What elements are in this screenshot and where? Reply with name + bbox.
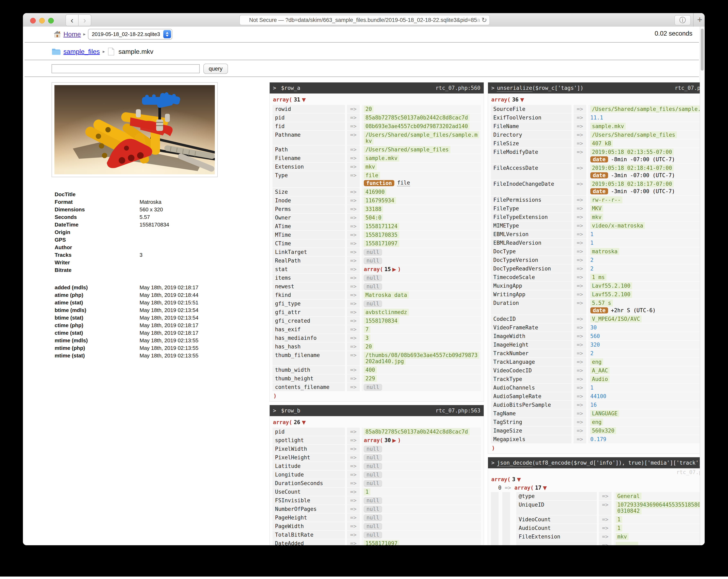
kint-key: TrackNumber <box>491 349 571 358</box>
info-button[interactable]: ⓘ <box>674 15 691 25</box>
arrow-separator: => <box>574 164 586 179</box>
value-line: 1 <box>590 231 705 237</box>
kint-row: PageHeight=>null <box>272 514 481 522</box>
kint-value-cell: 560x320 <box>588 427 705 435</box>
kint-row: Directory=>/Users/Shared/sample_files <box>491 131 705 139</box>
value-line: null <box>364 249 479 255</box>
info-icon: ⓘ <box>679 16 686 25</box>
arrow-separator: => <box>574 315 586 323</box>
page-scrollbar[interactable] <box>700 27 705 545</box>
scrollbar-thumb[interactable] <box>701 29 704 71</box>
database-select-value: 2019-05-18_02-18-22.sqlite3 <box>92 31 160 37</box>
value-line: MKV <box>590 205 705 212</box>
back-button[interactable]: ‹ <box>66 14 79 26</box>
kint-key: FileSize <box>491 139 571 148</box>
kint-key: FilePermissions <box>491 196 571 204</box>
kint-row: EBMLVersion=>1 <box>491 230 705 238</box>
arrow-separator: => <box>347 205 360 213</box>
array-toggle[interactable]: array(15▶) <box>364 266 401 272</box>
kint-row: contents_filename=>null <box>272 383 481 391</box>
query-button[interactable]: query <box>203 63 228 74</box>
value-line: avbstclinmedz <box>364 309 479 315</box>
string-value: 10729339436906445535518580025230310842 <box>616 501 705 515</box>
kint-row: fkind=>Matroska data <box>272 291 481 299</box>
arrow-separator: => <box>574 221 586 230</box>
kint-row: Size=>416900 <box>272 188 481 196</box>
value-line: 5.57 s <box>590 300 705 306</box>
forward-button[interactable]: › <box>79 14 91 26</box>
string-value: 1 <box>364 489 370 495</box>
metadata-value: 5.57 <box>139 214 150 220</box>
database-select[interactable]: 2019-05-18_02-18-22.sqlite3 <box>88 29 172 40</box>
arrow-separator: => <box>347 291 360 299</box>
kint-row: CTime=>1558171097 <box>272 239 481 247</box>
kint-row: CodecID=>V_MPEG4/ISO/AVC <box>491 315 705 323</box>
badge-line: functionfile <box>364 180 479 186</box>
kint-key: WritingApp <box>491 290 571 298</box>
value-line: 407 kB <box>590 140 705 147</box>
array-open-line[interactable]: array(26▼ <box>273 419 481 426</box>
panel-header[interactable]: >$row_b rtc_07.php:563 <box>270 405 484 416</box>
kint-key: Duration <box>491 299 571 314</box>
kint-value-cell: 2019:05:18 02:18:41-07:00date-3min -07:0… <box>588 164 705 179</box>
value-line: 1558171097 <box>364 540 479 545</box>
number-value: 1 <box>590 385 594 391</box>
value-line: array(15▶) <box>364 266 479 272</box>
kint-value-cell: eng <box>588 418 705 426</box>
query-input[interactable] <box>52 64 200 73</box>
kint-value-cell: 2019:05:18 02:18:17-07:00date-3min -07:0… <box>588 180 705 195</box>
kint-value-cell: 1558170834 <box>362 317 481 325</box>
array-toggle[interactable]: array(17▼ <box>514 485 547 491</box>
badge-line: date-3min -07:00 (UTC-7) <box>590 172 705 178</box>
new-tab-button[interactable]: + <box>695 13 705 26</box>
string-value: 416900 <box>364 188 386 195</box>
kint-row: gfi_type=>null <box>272 299 481 308</box>
triangle-down-icon: ▼ <box>517 477 521 482</box>
string-value: eng <box>590 359 603 365</box>
arrow-separator: => <box>347 222 360 230</box>
arrow-separator: => <box>574 265 586 273</box>
tab-divider <box>693 13 694 27</box>
value-line: 1558171124 <box>364 223 479 229</box>
string-value: 85a8b72785c50137a0b2442c8d8cac7d <box>364 428 470 435</box>
array-open-line[interactable]: array(36▼ <box>491 96 705 103</box>
arrow-separator: => <box>574 180 586 195</box>
kint-row: fid=>08b693e3ae4557cb09d79873202ad140 <box>272 122 481 130</box>
panel-header[interactable]: >json_decode(utf8_encode($row_d['info'])… <box>488 457 705 468</box>
array-toggle[interactable]: array(30▶) <box>364 437 401 443</box>
array-open-line[interactable]: array(31▼ <box>273 96 481 103</box>
arrow-separator: => <box>574 392 586 400</box>
kint-value-cell: mkv <box>588 213 705 221</box>
home-link[interactable]: Home <box>63 30 81 38</box>
close-window-button[interactable] <box>30 18 36 24</box>
panel-header[interactable]: >unserialize($row_c['tags']) rtc_07.php:… <box>488 82 705 94</box>
address-bar[interactable]: Not Secure — ?db=data/skim/663_sample_fi… <box>239 15 490 25</box>
string-value: 3 <box>364 335 370 341</box>
string-value: rw-r--r-- <box>590 196 622 203</box>
reload-icon[interactable]: ↻ <box>482 16 487 24</box>
panel-track: >json_decode(utf8_encode($row_d['info'])… <box>488 457 705 545</box>
metadata-value: Matroska <box>139 199 161 205</box>
value-line: /Users/Shared/sample_files/sample.mkv <box>364 132 479 144</box>
triangle-right-icon: ▶ <box>392 438 396 443</box>
minimize-window-button[interactable] <box>39 18 45 24</box>
metadata-table: DocTitleFormatMatroskaDimensions560 x 32… <box>55 191 263 360</box>
kint-value-cell: 2 <box>588 265 705 273</box>
metadata-row: Writer <box>55 259 263 267</box>
value-line: V_MPEG4/ISO/AVC <box>590 316 705 322</box>
string-value: 504:0 <box>364 214 383 221</box>
zoom-window-button[interactable] <box>48 18 54 24</box>
string-value: avbstclinmedz <box>364 309 409 316</box>
array-open-line[interactable]: array(3▼ <box>491 476 705 483</box>
arrow-separator: => <box>347 154 360 162</box>
kint-key: TrackType <box>491 375 571 383</box>
kint-key: UniqueID <box>516 501 597 515</box>
kint-key: PixelHeight <box>272 453 345 462</box>
value-line: A_AAC <box>590 367 705 374</box>
folder-link[interactable]: sample_files <box>63 48 100 55</box>
value-line: null <box>364 497 479 503</box>
panel-header[interactable]: >$row_a rtc_07.php:560 <box>270 82 484 94</box>
arrow-separator: => <box>599 501 612 515</box>
value-line: null <box>364 506 479 512</box>
kint-row: newest=>null <box>272 282 481 291</box>
